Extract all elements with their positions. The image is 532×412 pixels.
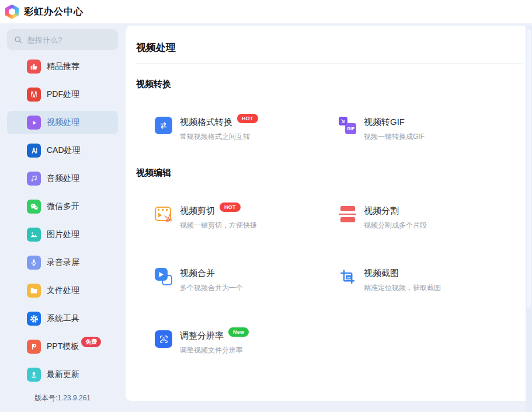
crop-screenshot-icon: [339, 268, 356, 285]
main-area: 视频处理 视频转换视频格式转换HOT常规视频格式之间互转GIF视频转GIF视频一…: [126, 23, 532, 412]
tool-card[interactable]: GIF视频转GIF视频一键转换成GIF: [339, 117, 523, 142]
sidebar-item[interactable]: 精品推荐: [7, 55, 118, 78]
gif-icon: GIF: [339, 117, 356, 134]
tool-card-title: 视频分割: [364, 205, 399, 217]
app-header: 彩虹办公中心: [0, 0, 532, 23]
sidebar-item-label: PPT模板: [47, 341, 79, 352]
sidebar-item[interactable]: 录音录屏: [7, 251, 118, 274]
sidebar-item-label: 音频处理: [47, 173, 79, 184]
sidebar-item-label: 视频处理: [47, 117, 79, 128]
tool-card-title: 调整分辨率: [180, 330, 224, 341]
section-title: 视频编辑: [136, 167, 523, 179]
sidebar-item[interactable]: PDF处理: [7, 83, 118, 106]
play-icon: [27, 116, 41, 130]
pdf-icon: [27, 88, 41, 102]
sidebar-item-label: 系统工具: [47, 313, 79, 324]
sidebar-item[interactable]: 图片处理: [7, 223, 118, 246]
tool-card-title: 视频格式转换: [180, 117, 232, 128]
wechat-icon: [27, 200, 41, 214]
tool-card[interactable]: 视频截图精准定位视频，获取截图: [339, 268, 523, 293]
tool-card-text: 视频截图精准定位视频，获取截图: [364, 268, 441, 293]
sidebar-item-label: PDF处理: [47, 89, 79, 100]
sidebar-item[interactable]: 视频处理: [7, 111, 118, 134]
tool-card-subtitle: 常规视频格式之间互转: [180, 132, 258, 142]
cad-icon: [27, 144, 41, 158]
tool-card-subtitle: 调整视频文件分辨率: [180, 345, 249, 355]
tool-card[interactable]: 视频剪切HOT视频一键剪切，方便快捷: [155, 205, 339, 231]
sidebar-item[interactable]: 文件处理: [7, 279, 118, 302]
sidebar-item-label: CAD处理: [47, 145, 81, 156]
new-badge: New: [228, 327, 249, 337]
hot-badge: HOT: [220, 202, 241, 212]
tool-section: 视频编辑视频剪切HOT视频一键剪切，方便快捷视频分割视频分割成多个片段视频合并多…: [136, 167, 523, 355]
sidebar-item[interactable]: CAD处理: [7, 139, 118, 162]
sidebar-item[interactable]: 最新更新: [7, 363, 118, 386]
sidebar-nav: 精品推荐PDF处理视频处理CAD处理音频处理微信多开图片处理录音录屏文件处理系统…: [7, 55, 118, 386]
tool-card-subtitle: 视频分割成多个片段: [364, 221, 427, 231]
sidebar-item-label: 文件处理: [47, 285, 79, 296]
hot-badge: HOT: [237, 114, 258, 123]
free-badge: 免费: [81, 337, 101, 347]
tool-card-subtitle: 精准定位视频，获取截图: [364, 283, 441, 293]
tool-card[interactable]: 视频分割视频分割成多个片段: [339, 205, 523, 231]
sidebar-item[interactable]: 音频处理: [7, 167, 118, 190]
search-box[interactable]: [7, 29, 118, 50]
sections: 视频转换视频格式转换HOT常规视频格式之间互转GIF视频转GIF视频一键转换成G…: [136, 79, 523, 355]
sidebar-item-label: 精品推荐: [47, 61, 79, 72]
tool-card-title: 视频转GIF: [364, 117, 405, 128]
search-icon: [13, 35, 23, 44]
music-note-icon: [27, 172, 41, 186]
tool-section: 视频转换视频格式转换HOT常规视频格式之间互转GIF视频转GIF视频一键转换成G…: [136, 79, 523, 142]
tool-card-subtitle: 多个视频合并为一个: [180, 283, 243, 293]
tool-card-grid: 视频格式转换HOT常规视频格式之间互转GIF视频转GIF视频一键转换成GIF: [136, 117, 523, 142]
tool-card[interactable]: 视频合并多个视频合并为一个: [155, 268, 339, 293]
resolution-icon: [155, 330, 172, 348]
tool-card-text: 视频合并多个视频合并为一个: [180, 268, 243, 293]
scrollbar-thumb[interactable]: [527, 29, 531, 308]
gear-icon: [27, 312, 41, 326]
page-title: 视频处理: [136, 41, 523, 54]
tool-card-title: 视频截图: [364, 268, 399, 279]
tool-card-text: 调整分辨率New调整视频文件分辨率: [180, 330, 249, 355]
tool-card-text: 视频剪切HOT视频一键剪切，方便快捷: [180, 205, 257, 231]
swap-arrows-icon: [155, 117, 172, 134]
tool-card-text: 视频转GIF视频一键转换成GIF: [364, 117, 425, 142]
sidebar: 精品推荐PDF处理视频处理CAD处理音频处理微信多开图片处理录音录屏文件处理系统…: [0, 23, 126, 412]
ppt-icon: [27, 340, 41, 354]
film-cut-icon: [155, 205, 172, 223]
upload-icon: [27, 368, 41, 382]
app-logo: [5, 5, 19, 19]
tool-card-title: 视频剪切: [180, 205, 215, 217]
app-title: 彩虹办公中心: [24, 6, 84, 18]
sidebar-item[interactable]: 微信多开: [7, 195, 118, 218]
tool-card-text: 视频格式转换HOT常规视频格式之间互转: [180, 117, 258, 142]
sidebar-item-label: 最新更新: [47, 369, 79, 380]
image-icon: [27, 228, 41, 242]
content-card: 视频处理 视频转换视频格式转换HOT常规视频格式之间互转GIF视频转GIF视频一…: [126, 26, 532, 401]
tool-card-subtitle: 视频一键转换成GIF: [364, 132, 425, 142]
sidebar-item[interactable]: PPT模板免费: [7, 335, 118, 358]
scrollbar[interactable]: [526, 26, 532, 412]
tool-card-grid: 视频剪切HOT视频一键剪切，方便快捷视频分割视频分割成多个片段视频合并多个视频合…: [136, 205, 523, 355]
tool-card-text: 视频分割视频分割成多个片段: [364, 205, 427, 231]
sidebar-item[interactable]: 系统工具: [7, 307, 118, 330]
sidebar-item-label: 图片处理: [47, 229, 79, 240]
merge-play-icon: [155, 268, 172, 285]
tool-card[interactable]: 视频格式转换HOT常规视频格式之间互转: [155, 117, 339, 142]
split-icon: [339, 205, 356, 223]
tool-card-title: 视频合并: [180, 268, 215, 279]
tool-card-subtitle: 视频一键剪切，方便快捷: [180, 221, 257, 231]
version-label: 版本号:1.23.9.261: [7, 393, 118, 403]
thumbs-up-icon: [27, 60, 41, 74]
section-title: 视频转换: [136, 79, 523, 90]
microphone-icon: [27, 256, 41, 270]
folder-icon: [27, 284, 41, 298]
search-input[interactable]: [27, 36, 112, 44]
divider: [136, 63, 523, 64]
tool-card[interactable]: 调整分辨率New调整视频文件分辨率: [155, 330, 339, 355]
sidebar-item-label: 微信多开: [47, 201, 79, 212]
sidebar-item-label: 录音录屏: [47, 257, 79, 268]
